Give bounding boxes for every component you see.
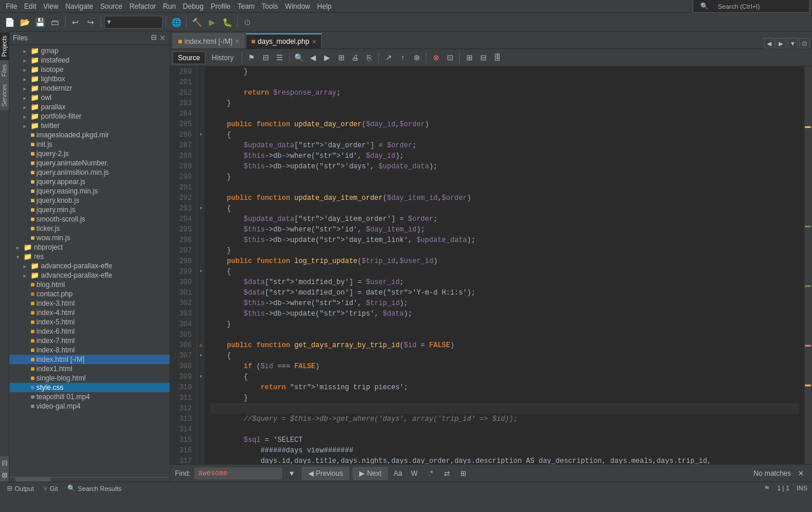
find-close-btn[interactable]: ✕ xyxy=(794,467,807,480)
find-replace-btn[interactable]: ⇄ xyxy=(441,467,453,480)
tree-item[interactable]: ■video-gal.mp4 xyxy=(9,402,170,411)
menu-navigate[interactable]: Navigate xyxy=(62,1,97,12)
tree-item[interactable]: ■imagesloaded.pkgd.mir xyxy=(9,130,170,140)
search-results-tab[interactable]: 🔍 Search Results xyxy=(65,483,124,493)
menu-tools[interactable]: Tools xyxy=(258,1,281,12)
tab-days-model[interactable]: ■ days_model.php ✕ xyxy=(246,33,321,49)
menu-run[interactable]: Run xyxy=(160,1,180,12)
run-config-dropdown[interactable]: ▼ xyxy=(104,16,163,29)
projects-tab[interactable]: Projects xyxy=(0,32,9,60)
tree-item[interactable]: ▸📁advanced-parallax-effe xyxy=(9,261,170,271)
source-btn[interactable]: Source xyxy=(173,51,205,64)
save-all-btn[interactable]: 🗃 xyxy=(48,15,62,29)
tree-item[interactable]: ▸📁nbproject xyxy=(9,243,170,252)
menu-source[interactable]: Source xyxy=(97,1,126,12)
output-tab[interactable]: ⊟ Output xyxy=(5,483,36,493)
git-tab[interactable]: ⑂ Git xyxy=(41,484,60,493)
tree-item[interactable]: ■index-4.html xyxy=(9,308,170,317)
prev-btn[interactable]: ◀ Previous xyxy=(302,467,350,480)
db-btn[interactable]: 🗄 xyxy=(491,51,504,64)
find-match-case-btn[interactable]: Aa xyxy=(391,467,404,480)
history-btn[interactable]: History xyxy=(207,51,239,64)
tree-item[interactable]: ■jquery.animsition.min.js xyxy=(9,168,170,177)
tree-item[interactable]: ■jquery.min.js xyxy=(9,205,170,215)
stop-btn[interactable]: ⊗ xyxy=(429,51,442,64)
tree-item[interactable]: ▸📁parallax xyxy=(9,102,170,112)
tree-item[interactable]: ■index-8.html xyxy=(9,345,170,355)
tasks-btn[interactable]: ☰ xyxy=(273,51,286,64)
tree-item[interactable]: ■index-5.html xyxy=(9,317,170,327)
minimap-scrollbar[interactable] xyxy=(804,67,812,464)
tree-item[interactable]: ■jquery-2.js xyxy=(9,149,170,158)
menu-help[interactable]: Help xyxy=(314,1,335,12)
tree-item[interactable]: ▸📁lightbox xyxy=(9,74,170,84)
goto-test-btn[interactable]: ⊛ xyxy=(410,51,423,64)
tree-item[interactable]: ■ticker.js xyxy=(9,224,170,233)
panel-close-btn[interactable]: ✕ xyxy=(159,33,166,43)
tree-item[interactable]: ■wow.min.js xyxy=(9,233,170,243)
clone-btn[interactable]: ⎘ xyxy=(363,51,376,64)
tab-next-btn[interactable]: ▶ xyxy=(776,38,786,49)
tree-item[interactable]: ■jquery.easing.min.js xyxy=(9,186,170,196)
menu-view[interactable]: View xyxy=(40,1,62,12)
tree-item[interactable]: ■init.js xyxy=(9,140,170,149)
new-file-btn[interactable]: 📄 xyxy=(2,15,16,29)
tree-item[interactable]: ■style.css xyxy=(9,383,170,392)
bottom-icon-2[interactable]: ⊠ xyxy=(0,469,9,482)
debug-btn[interactable]: 🐛 xyxy=(220,15,234,29)
tree-item[interactable]: ■jquery.appear.js xyxy=(9,177,170,186)
services-tab[interactable]: Services xyxy=(0,80,9,110)
tab-days-close[interactable]: ✕ xyxy=(312,39,316,45)
find-input[interactable] xyxy=(194,468,282,479)
profile-btn[interactable]: ⊙ xyxy=(240,15,254,29)
tree-item[interactable]: ■jquery.animateNumber. xyxy=(9,158,170,168)
tree-item[interactable]: ▸📁isotope xyxy=(9,65,170,74)
find-regex-btn[interactable]: .* xyxy=(424,467,437,480)
run-btn[interactable]: ▶ xyxy=(205,15,219,29)
menu-window[interactable]: Window xyxy=(281,1,314,12)
fold-btn[interactable]: ▾ xyxy=(197,130,205,140)
find-select-all-btn[interactable]: ⊞ xyxy=(457,467,470,480)
tree-item[interactable]: ■blog.html xyxy=(9,280,170,289)
tree-item[interactable]: ▸📁modernizr xyxy=(9,84,170,93)
tree-item[interactable]: ■contact.php xyxy=(9,289,170,299)
toggle-bookmark-btn[interactable]: ⚑ xyxy=(245,51,258,64)
tree-item[interactable]: ■jquery.knob.js xyxy=(9,196,170,205)
undo-btn[interactable]: ↩ xyxy=(68,15,82,29)
search-code-btn[interactable]: 🔍 xyxy=(293,51,305,64)
tree-item[interactable]: ■smooth-scroll.js xyxy=(9,215,170,224)
fold-btn[interactable]: ▾ xyxy=(197,372,205,382)
files-tab[interactable]: Files xyxy=(0,60,9,80)
next-btn[interactable]: ▶ Next xyxy=(353,467,388,480)
print-btn[interactable]: 🖨 xyxy=(349,51,362,64)
tree-item[interactable]: ■index-3.html xyxy=(9,299,170,308)
tree-item[interactable]: ▸📁portfolio-filter xyxy=(9,112,170,121)
format-btn[interactable]: ⊞ xyxy=(335,51,347,64)
tab-index-html[interactable]: ■ index.html [-/M] ✕ xyxy=(173,33,245,49)
fold-btn[interactable]: ▾ xyxy=(197,267,205,277)
fold-btn[interactable]: ▾ xyxy=(197,203,205,214)
bottom-icon-1[interactable]: ⊟ xyxy=(0,456,9,469)
goto-decl-btn[interactable]: ↗ xyxy=(382,51,395,64)
menu-file[interactable]: File xyxy=(2,1,20,12)
menu-debug[interactable]: Debug xyxy=(180,1,207,12)
panel-collapse-btn[interactable]: ⊟ xyxy=(151,33,157,43)
tree-item[interactable]: ▸📁owl xyxy=(9,93,170,102)
clean-btn[interactable]: 🔨 xyxy=(190,15,204,29)
tree-item[interactable]: ■single-blog.html xyxy=(9,373,170,383)
code-editor[interactable]: } return $response_array; } public funct… xyxy=(205,67,804,464)
tree-item[interactable]: ▸📁gmap xyxy=(9,46,170,56)
menu-refactor[interactable]: Refactor xyxy=(126,1,159,12)
prev-change-btn[interactable]: ◀ xyxy=(307,51,319,64)
tree-item[interactable]: ■index-6.html xyxy=(9,327,170,336)
global-search[interactable]: 🔍 Search (Ctrl+I) xyxy=(693,0,810,13)
goto-super-btn[interactable]: ↑ xyxy=(396,51,409,64)
tab-maximize-btn[interactable]: ⊡ xyxy=(799,38,810,49)
chrome-btn[interactable]: 🌐 xyxy=(169,15,183,29)
menu-team[interactable]: Team xyxy=(234,1,258,12)
save-btn[interactable]: 💾 xyxy=(33,15,47,29)
tree-item[interactable]: ▸📁instafeed xyxy=(9,56,170,65)
tree-item[interactable]: ■index1.html xyxy=(9,364,170,373)
tab-prev-btn[interactable]: ◀ xyxy=(764,38,775,49)
tree-item[interactable]: ▸📁advanced-parallax-effe xyxy=(9,271,170,280)
